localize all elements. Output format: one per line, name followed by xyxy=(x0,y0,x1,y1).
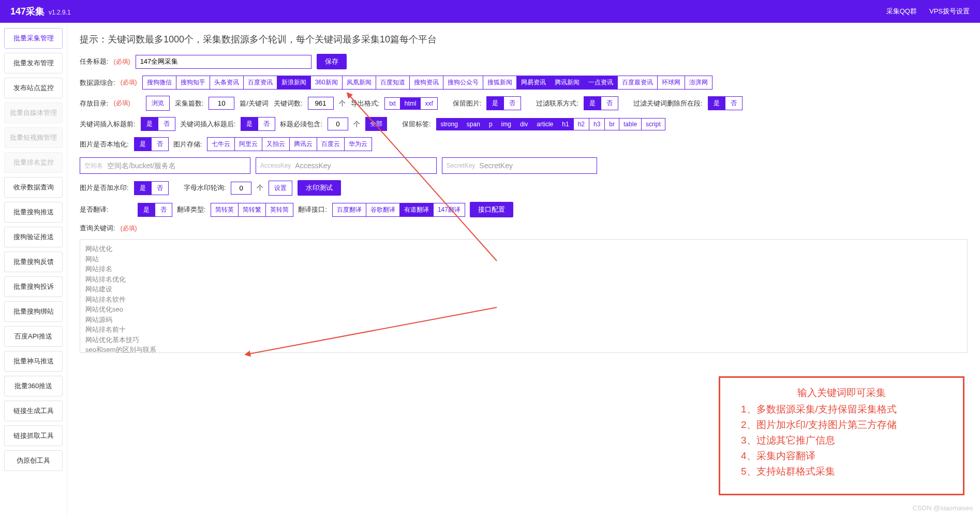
sidebar-item[interactable]: 批量采集管理 xyxy=(4,28,63,49)
tag-option[interactable]: br xyxy=(604,118,619,130)
tag-option[interactable]: 腾讯新闻 xyxy=(550,76,584,90)
sidebar-item[interactable]: 批量发布管理 xyxy=(4,53,63,73)
tag-option[interactable]: table xyxy=(619,118,642,130)
tag-option[interactable]: 搜狗资讯 xyxy=(409,76,443,90)
sidebar-item[interactable]: 批量神马推送 xyxy=(4,351,63,372)
alpha-wm-input[interactable] xyxy=(231,182,251,195)
tag-option[interactable]: 网易资讯 xyxy=(516,76,551,90)
tag-option[interactable]: 凤凰新闻 xyxy=(342,76,376,90)
toggle-no[interactable]: 否 xyxy=(725,96,743,110)
tag-option[interactable]: 百度最资讯 xyxy=(617,76,658,90)
wm-test-button[interactable]: 水印测试 xyxy=(298,180,341,196)
tag-option[interactable]: 澎湃网 xyxy=(685,76,712,90)
keyword-count-input[interactable] xyxy=(308,97,334,110)
sidebar-item[interactable]: 百度API推送 xyxy=(4,326,63,347)
toggle-yes[interactable]: 是 xyxy=(134,137,152,151)
vps-link[interactable]: VPS拨号设置 xyxy=(929,7,970,16)
toggle-no[interactable]: 否 xyxy=(151,181,169,195)
ak-input[interactable] xyxy=(295,158,432,173)
tag-option[interactable]: 百度云 xyxy=(317,137,345,151)
set-button[interactable]: 设置 xyxy=(269,181,292,196)
tag-option[interactable]: 谷歌翻译 xyxy=(366,203,400,217)
toggle-yes[interactable]: 是 xyxy=(138,203,155,217)
save-button[interactable]: 保存 xyxy=(317,54,347,69)
tag-option[interactable]: h2 xyxy=(573,118,589,130)
tag-option[interactable]: h1 xyxy=(557,118,573,130)
tag-option[interactable]: strong xyxy=(436,118,463,130)
tag-option[interactable]: 百度资讯 xyxy=(243,76,277,90)
tag-option[interactable]: 360新闻 xyxy=(310,76,343,90)
toggle-no[interactable]: 否 xyxy=(258,117,275,131)
toggle-yes[interactable]: 是 xyxy=(708,96,725,110)
tag-option[interactable]: 一点资讯 xyxy=(584,76,618,90)
tag-option[interactable]: 腾讯云 xyxy=(289,137,317,151)
title-contain-input[interactable] xyxy=(328,117,348,130)
header-right: 采集QQ群 VPS拨号设置 xyxy=(886,7,970,16)
tag-option[interactable]: 简转英 xyxy=(211,203,239,217)
tag-option[interactable]: img xyxy=(497,118,516,130)
sidebar-item[interactable]: 批量搜狗推送 xyxy=(4,202,63,223)
tag-option[interactable]: html xyxy=(400,97,421,110)
tag-option[interactable]: h3 xyxy=(589,118,605,130)
toggle-no[interactable]: 否 xyxy=(601,96,618,110)
toggle-no[interactable]: 否 xyxy=(155,203,172,217)
quanbu-tag[interactable]: 全部 xyxy=(365,117,387,131)
tag-option[interactable]: 又拍云 xyxy=(262,137,290,151)
tag-option[interactable]: 七牛云 xyxy=(207,137,235,151)
toggle-yes[interactable]: 是 xyxy=(584,96,601,110)
tag-option[interactable]: 环球网 xyxy=(657,76,685,90)
sidebar-item[interactable]: 批量搜狗绑站 xyxy=(4,301,63,322)
task-title-input[interactable] xyxy=(136,55,311,69)
label-insert-after: 关键词插入标题后: xyxy=(180,120,236,129)
tag-option[interactable]: 英转简 xyxy=(265,203,293,217)
tag-option[interactable]: div xyxy=(515,118,532,130)
tag-option[interactable]: 百度知道 xyxy=(376,76,410,90)
tag-option[interactable]: 147翻译 xyxy=(433,203,465,217)
sidebar-item[interactable]: 收录数据查询 xyxy=(4,177,63,198)
toggle-yes[interactable]: 是 xyxy=(134,181,152,195)
toggle-yes[interactable]: 是 xyxy=(241,117,258,131)
toggle-yes[interactable]: 是 xyxy=(486,96,504,110)
sidebar-item[interactable]: 批量搜狗投诉 xyxy=(4,276,63,297)
sidebar-item[interactable]: 搜狗验证推送 xyxy=(4,227,63,247)
sidebar-item[interactable]: 批量360推送 xyxy=(4,376,63,396)
tag-option[interactable]: 有道翻译 xyxy=(399,203,434,217)
qq-group-link[interactable]: 采集QQ群 xyxy=(886,7,917,16)
tag-option[interactable]: 百度翻译 xyxy=(332,203,366,217)
toggle-no[interactable]: 否 xyxy=(151,137,169,151)
toggle-yes[interactable]: 是 xyxy=(141,117,158,131)
keywords-textarea[interactable] xyxy=(80,239,968,353)
toggle-no[interactable]: 否 xyxy=(158,117,175,131)
annotation-line: 3、过滤其它推广信息 xyxy=(731,434,953,447)
tag-option[interactable]: 搜狐新闻 xyxy=(483,76,517,90)
tag-option[interactable]: 新浪新闻 xyxy=(277,76,311,90)
tag-option[interactable]: p xyxy=(484,118,497,130)
toggle-no[interactable]: 否 xyxy=(503,96,521,110)
tag-option[interactable]: script xyxy=(641,118,665,130)
api-config-button[interactable]: 接口配置 xyxy=(470,202,513,217)
tag-option[interactable]: txt xyxy=(384,97,400,110)
sidebar-item[interactable]: 链接抓取工具 xyxy=(4,425,63,446)
browse-button[interactable]: 浏览 xyxy=(146,96,170,111)
collect-count-input[interactable] xyxy=(209,97,234,110)
sidebar-item[interactable]: 伪原创工具 xyxy=(4,450,63,471)
required-marker: (必填) xyxy=(121,78,137,87)
tag-option[interactable]: 搜狗知乎 xyxy=(176,76,210,90)
label-filter-para: 过滤关键词删除所在段: xyxy=(633,99,703,108)
sidebar-item[interactable]: 链接生成工具 xyxy=(4,401,63,421)
tag-option[interactable]: article xyxy=(532,118,558,130)
sidebar-item[interactable]: 批量搜狗反馈 xyxy=(4,252,63,272)
space-input[interactable] xyxy=(107,158,246,173)
annotation-title: 输入关键词即可采集 xyxy=(731,386,953,400)
tag-option[interactable]: 华为云 xyxy=(344,137,372,151)
tag-option[interactable]: 搜狗微信 xyxy=(142,76,176,90)
tag-option[interactable]: span xyxy=(462,118,485,130)
tag-option[interactable]: 阿里云 xyxy=(234,137,262,151)
ak-input-wrap: AccessKey xyxy=(256,157,437,174)
tag-option[interactable]: 简转繁 xyxy=(238,203,266,217)
sk-input[interactable] xyxy=(479,158,592,173)
tag-option[interactable]: 头条资讯 xyxy=(210,76,244,90)
sidebar-item[interactable]: 发布站点监控 xyxy=(4,78,63,98)
tag-option[interactable]: xxf xyxy=(420,97,437,110)
tag-option[interactable]: 搜狗公众号 xyxy=(443,76,483,90)
